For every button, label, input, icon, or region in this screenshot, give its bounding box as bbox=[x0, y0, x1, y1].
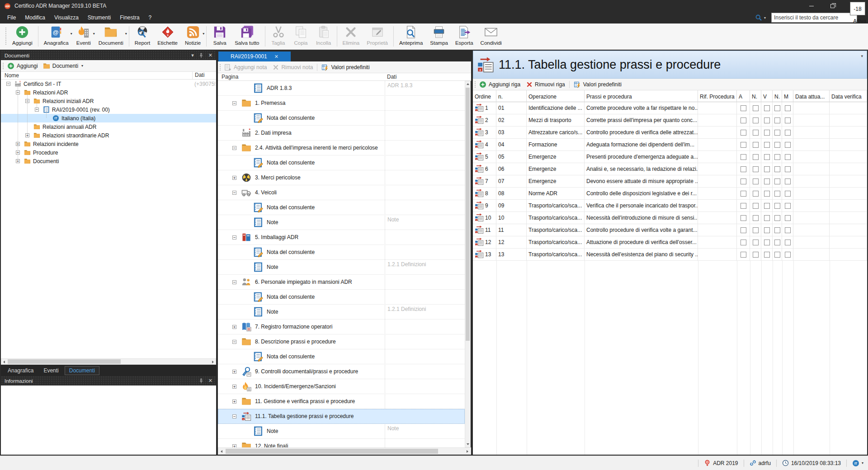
expander-minus-icon[interactable]: − bbox=[232, 101, 236, 105]
tree-item-relazioni-iniziali-adr[interactable]: −Relazioni iniziali ADR bbox=[1, 97, 216, 105]
table-column-v[interactable]: V bbox=[761, 90, 773, 102]
cell-a[interactable] bbox=[737, 236, 750, 249]
cell-n[interactable] bbox=[773, 163, 782, 175]
checkbox[interactable] bbox=[753, 252, 759, 258]
cell-a[interactable] bbox=[737, 175, 750, 188]
checkbox[interactable] bbox=[774, 227, 780, 233]
cell-n[interactable] bbox=[773, 200, 782, 212]
checkbox[interactable] bbox=[753, 105, 759, 111]
table-row[interactable]: a808Norme ADRControllo delle disposizion… bbox=[473, 188, 867, 200]
toolbar-button-etichette[interactable]: 3Etichette bbox=[154, 24, 181, 49]
documents-dropdown-button[interactable]: Documenti bbox=[52, 63, 78, 69]
checkbox[interactable] bbox=[785, 179, 791, 184]
checkbox[interactable] bbox=[741, 142, 746, 148]
cell-n[interactable] bbox=[750, 212, 761, 224]
tree-item-relazioni-adr[interactable]: −Relazioni ADR bbox=[1, 88, 216, 97]
checkbox[interactable] bbox=[764, 191, 770, 197]
table-row[interactable]: a505EmergenzePresenti procedure d'emerge… bbox=[473, 151, 867, 163]
expander-plus-icon[interactable]: + bbox=[232, 400, 236, 404]
page-item-nota-del-consulente[interactable]: Nota del consulente bbox=[218, 155, 465, 170]
cell-n[interactable] bbox=[750, 200, 761, 212]
cell-v[interactable] bbox=[761, 163, 773, 175]
cell-n[interactable] bbox=[773, 127, 782, 139]
checkbox[interactable] bbox=[785, 105, 791, 111]
toolbar-button-salva[interactable]: Salva bbox=[208, 24, 231, 49]
checkbox[interactable] bbox=[741, 215, 746, 221]
checkbox[interactable] bbox=[753, 240, 759, 245]
table-row[interactable]: a101Identificazione delle ...Corrette pr… bbox=[473, 102, 867, 114]
search-input[interactable] bbox=[771, 13, 857, 23]
table-column-data-verifica[interactable]: Data verifica bbox=[830, 90, 867, 102]
checkbox[interactable] bbox=[764, 227, 770, 233]
page-item-nota-del-consulente[interactable]: Nota del consulente bbox=[218, 290, 465, 305]
cell-m[interactable] bbox=[782, 200, 793, 212]
cell-n[interactable] bbox=[773, 188, 782, 200]
cell-n[interactable] bbox=[773, 102, 782, 114]
tree-item-italiano-italia[interactable]: ITItaliano (Italia) bbox=[1, 114, 216, 122]
table-row[interactable]: a1111Trasporto/carico/sca...Controllo pr… bbox=[473, 224, 867, 236]
cell-v[interactable] bbox=[761, 151, 773, 163]
checkbox[interactable] bbox=[774, 240, 780, 245]
column-pagina[interactable]: Pagina bbox=[222, 74, 238, 80]
page-item-note[interactable]: NoteNote bbox=[218, 215, 465, 230]
table-column-data-attua[interactable]: Data attua... bbox=[793, 90, 830, 102]
cell-m[interactable] bbox=[782, 163, 793, 175]
expander-minus-icon[interactable]: − bbox=[232, 235, 236, 240]
checkbox[interactable] bbox=[774, 179, 780, 184]
expander-plus-icon[interactable]: + bbox=[232, 444, 236, 447]
checkbox[interactable] bbox=[764, 142, 770, 148]
page-item-7-registro-formazione-operatori[interactable]: +7. Registro formazione operatori bbox=[218, 320, 465, 334]
toolbar-grip[interactable] bbox=[2, 62, 5, 70]
horizontal-scrollbar[interactable] bbox=[218, 447, 471, 455]
checkbox[interactable] bbox=[764, 118, 770, 123]
checkbox[interactable] bbox=[741, 105, 746, 111]
page-item-8-descrizione-prassi-e-procedure[interactable]: −8. Descrizione prassi e procedure bbox=[218, 334, 465, 349]
remove-row-button[interactable]: Rimuovi riga bbox=[535, 81, 565, 88]
cell-n[interactable] bbox=[750, 188, 761, 200]
tree-item-certifico-srl-it[interactable]: −Certifico Srl - IT(+3907559 bbox=[1, 80, 216, 88]
table-column-prassi-e-procedura[interactable]: Prassi e procedura bbox=[585, 90, 698, 102]
checkbox[interactable] bbox=[774, 215, 780, 221]
tree-item-rai-2019-0001-rev-00[interactable]: −RAI/2019-0001 (rev. 00) bbox=[1, 105, 216, 114]
table-column-operazione[interactable]: Operazione bbox=[527, 90, 585, 102]
zoom-badge[interactable]: -18 bbox=[850, 2, 865, 15]
table-column-a[interactable]: A bbox=[737, 90, 750, 102]
toolbar-button-anteprima[interactable]: Anteprima bbox=[396, 24, 426, 49]
checkbox[interactable] bbox=[774, 130, 780, 136]
toolbar-button-anagrafica[interactable]: @▾Anagrafica bbox=[40, 24, 72, 49]
menu-item-strumenti[interactable]: Strumenti bbox=[83, 13, 115, 23]
expander-minus-icon[interactable]: − bbox=[232, 340, 236, 344]
page-item-nota-del-consulente[interactable]: Nota del consulente bbox=[218, 111, 465, 126]
cell-m[interactable] bbox=[782, 127, 793, 139]
checkbox[interactable] bbox=[785, 118, 791, 123]
checkbox[interactable] bbox=[785, 191, 791, 197]
cell-n[interactable] bbox=[750, 249, 761, 261]
page-item-5-imballaggi-adr[interactable]: −5. Imballaggi ADR bbox=[218, 230, 465, 245]
checkbox[interactable] bbox=[741, 252, 746, 258]
expander-minus-icon[interactable]: − bbox=[232, 280, 236, 284]
column-nome[interactable]: Nome bbox=[5, 72, 19, 79]
table-row[interactable]: a909Trasporto/carico/sca...Verifica che … bbox=[473, 200, 867, 212]
page-item-11-1-tabella-gestione-prassi-e-procedure[interactable]: −a11.1. Tabella gestione prassi e proced… bbox=[218, 409, 465, 424]
cell-a[interactable] bbox=[737, 102, 750, 114]
status-item-adrfu[interactable]: adrfu bbox=[750, 460, 771, 466]
checkbox[interactable] bbox=[764, 203, 770, 209]
checkbox[interactable] bbox=[785, 240, 791, 245]
checkbox[interactable] bbox=[785, 227, 791, 233]
cell-m[interactable] bbox=[782, 249, 793, 261]
cell-v[interactable] bbox=[761, 175, 773, 188]
page-item-note[interactable]: NoteNote bbox=[218, 424, 465, 439]
page-item-nota-del-consulente[interactable]: Nota del consulente bbox=[218, 200, 465, 215]
tree-item-procedure[interactable]: +Procedure bbox=[1, 148, 216, 157]
cell-m[interactable] bbox=[782, 102, 793, 114]
checkbox[interactable] bbox=[785, 203, 791, 209]
add-button[interactable]: Aggiungi bbox=[17, 63, 38, 69]
cell-a[interactable] bbox=[737, 224, 750, 236]
chevron-down-icon[interactable]: ▾ bbox=[862, 461, 863, 465]
cell-v[interactable] bbox=[761, 249, 773, 261]
checkbox[interactable] bbox=[741, 166, 746, 172]
status-item-adr-2019[interactable]: ADR 2019 bbox=[704, 460, 738, 466]
cell-a[interactable] bbox=[737, 139, 750, 151]
cell-v[interactable] bbox=[761, 224, 773, 236]
checkbox[interactable] bbox=[764, 105, 770, 111]
